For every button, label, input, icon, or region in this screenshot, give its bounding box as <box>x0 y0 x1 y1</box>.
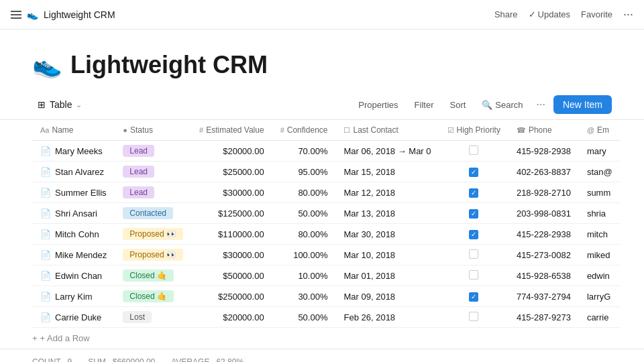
search-button[interactable]: 🔍 Search <box>476 97 528 113</box>
top-nav: 👟 Lightweight CRM Share ✓ Updates Favori… <box>0 0 644 29</box>
filter-button[interactable]: Filter <box>409 97 439 113</box>
cell-high-priority[interactable] <box>439 182 508 203</box>
name-value: Mitch Cohn <box>55 229 99 239</box>
updates-button[interactable]: ✓ Updates <box>529 9 570 19</box>
col-last-contact: ☐Last Contact <box>335 120 439 141</box>
cell-status: Lead <box>115 141 191 162</box>
cell-email: carrie <box>579 307 621 328</box>
col-high-priority: ☑High Priority <box>439 120 508 141</box>
table-row[interactable]: 📄 Larry Kim Closed 🤙 $250000.00 30.00% M… <box>32 286 621 307</box>
status-badge: Closed 🤙 <box>123 269 174 282</box>
table-row[interactable]: 📄 Stan Alvarez Lead $25000.00 95.00% Mar… <box>32 162 621 182</box>
checkmark-icon: ✓ <box>529 9 536 19</box>
table-row[interactable]: 📄 Carrie Duke Lost $20000.00 50.00% Feb … <box>32 307 621 328</box>
nav-more-button[interactable]: ··· <box>623 7 633 21</box>
table-row[interactable]: 📄 Summer Ellis Lead $30000.00 80.00% Mar… <box>32 182 621 203</box>
cell-confidence: 95.00% <box>272 162 336 182</box>
add-icon: + <box>32 333 38 343</box>
hamburger-menu[interactable] <box>11 11 21 19</box>
table-view-label: Table <box>50 99 72 110</box>
favorite-button[interactable]: Favorite <box>581 9 612 19</box>
cell-last-contact: Mar 01, 2018 <box>335 265 439 286</box>
doc-icon: 📄 <box>40 208 51 219</box>
cell-last-contact: Mar 09, 2018 <box>335 286 439 307</box>
col-estimated-value: #Estimated Value <box>191 120 272 141</box>
priority-checkbox[interactable] <box>469 230 478 239</box>
priority-checkbox[interactable] <box>469 145 478 155</box>
cell-phone: 415-928-2938 <box>508 141 579 162</box>
cell-phone: 774-937-2794 <box>508 286 579 307</box>
cell-phone: 415-228-2938 <box>508 224 579 245</box>
cell-email: miked <box>579 245 621 265</box>
name-value: Stan Alvarez <box>55 167 104 177</box>
cell-status: Closed 🤙 <box>115 265 191 286</box>
cell-high-priority[interactable] <box>439 224 508 245</box>
status-badge: Proposed 👀 <box>123 249 183 261</box>
cell-phone: 415-928-6538 <box>508 265 579 286</box>
cell-high-priority[interactable] <box>439 286 508 307</box>
new-item-button[interactable]: New Item <box>553 95 612 114</box>
cell-estimated-value: $125000.00 <box>191 203 272 224</box>
priority-checkbox[interactable] <box>469 312 478 321</box>
cell-high-priority[interactable] <box>439 141 508 162</box>
add-row-button[interactable]: + + Add a Row <box>0 328 644 349</box>
name-value: Shri Ansari <box>55 208 97 219</box>
table-row[interactable]: 📄 Mary Meeks Lead $20000.00 70.00% Mar 0… <box>32 141 621 162</box>
doc-icon: 📄 <box>40 188 51 198</box>
doc-icon: 📄 <box>40 312 51 322</box>
priority-checkbox[interactable] <box>469 249 478 259</box>
name-value: Carrie Duke <box>55 312 101 322</box>
cell-status: Lead <box>115 182 191 203</box>
cell-high-priority[interactable] <box>439 203 508 224</box>
table-row[interactable]: 📄 Shri Ansari Contacted $125000.00 50.00… <box>32 203 621 224</box>
status-badge: Lead <box>123 166 154 178</box>
name-value: Larry Kim <box>55 292 93 302</box>
page-header: 👟 Lightweight CRM <box>0 29 644 90</box>
status-badge: Contacted <box>123 207 173 219</box>
doc-icon: 📄 <box>40 292 51 302</box>
cell-last-contact: Mar 15, 2018 <box>335 162 439 182</box>
share-button[interactable]: Share <box>494 9 518 19</box>
cell-estimated-value: $25000.00 <box>191 162 272 182</box>
status-badge: Closed 🤙 <box>123 290 174 302</box>
priority-checkbox[interactable] <box>469 270 478 280</box>
cell-name: 📄 Mike Mendez <box>32 245 115 265</box>
table-row[interactable]: 📄 Mitch Cohn Proposed 👀 $110000.00 80.00… <box>32 224 621 245</box>
priority-checkbox[interactable] <box>469 168 478 177</box>
cell-high-priority[interactable] <box>439 265 508 286</box>
cell-estimated-value: $20000.00 <box>191 307 272 328</box>
cell-email: summ <box>579 182 621 203</box>
page-title: Lightweight CRM <box>70 51 268 79</box>
cell-high-priority[interactable] <box>439 245 508 265</box>
col-confidence: #Confidence <box>272 120 336 141</box>
col-phone: ☎Phone <box>508 120 579 141</box>
doc-icon: 📄 <box>40 146 51 156</box>
table-row[interactable]: 📄 Mike Mendez Proposed 👀 $30000.00 100.0… <box>32 245 621 265</box>
name-value: Edwin Chan <box>55 271 102 281</box>
cell-high-priority[interactable] <box>439 162 508 182</box>
cell-phone: 415-287-9273 <box>508 307 579 328</box>
priority-checkbox[interactable] <box>469 292 478 302</box>
sort-button[interactable]: Sort <box>444 97 471 113</box>
table-icon: ⊞ <box>38 99 46 110</box>
cell-confidence: 10.00% <box>272 265 336 286</box>
cell-high-priority[interactable] <box>439 307 508 328</box>
cell-name: 📄 Edwin Chan <box>32 265 115 286</box>
cell-last-contact: Mar 13, 2018 <box>335 203 439 224</box>
table-row[interactable]: 📄 Edwin Chan Closed 🤙 $50000.00 10.00% M… <box>32 265 621 286</box>
name-value: Mary Meeks <box>55 146 103 156</box>
priority-checkbox[interactable] <box>469 209 478 219</box>
cell-email: shria <box>579 203 621 224</box>
cell-name: 📄 Carrie Duke <box>32 307 115 328</box>
cell-name: 📄 Mary Meeks <box>32 141 115 162</box>
cell-estimated-value: $250000.00 <box>191 286 272 307</box>
priority-checkbox[interactable] <box>469 188 478 198</box>
status-badge: Lead <box>123 145 154 157</box>
toolbar-more-button[interactable]: ··· <box>534 96 548 113</box>
cell-estimated-value: $50000.00 <box>191 265 272 286</box>
cell-confidence: 50.00% <box>272 307 336 328</box>
table-view-button[interactable]: ⊞ Table ⌄ <box>32 97 87 113</box>
properties-button[interactable]: Properties <box>353 97 403 113</box>
cell-email: mitch <box>579 224 621 245</box>
brand-emoji: 👟 <box>27 9 38 20</box>
